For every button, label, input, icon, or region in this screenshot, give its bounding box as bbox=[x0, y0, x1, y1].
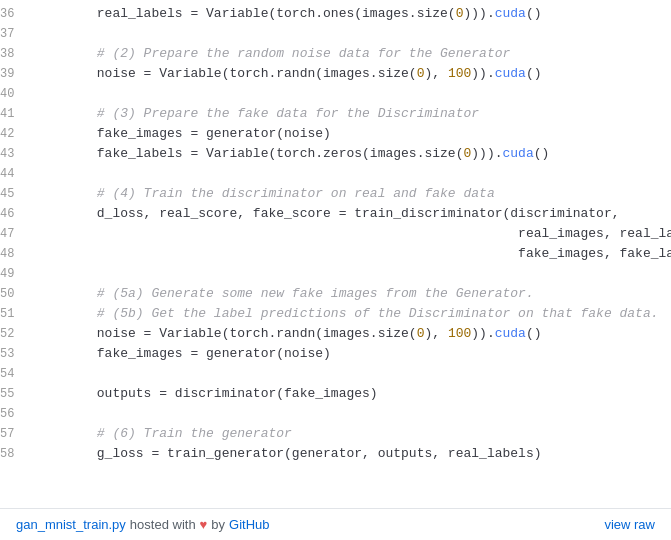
code-token: () bbox=[526, 6, 542, 21]
table-row: 58 g_loss = train_generator(generator, o… bbox=[0, 444, 671, 464]
line-number: 41 bbox=[0, 104, 30, 124]
table-row: 47 real_images, real_labels, bbox=[0, 224, 671, 244]
line-code: outputs = discriminator(fake_images) bbox=[30, 384, 671, 404]
table-row: 56 bbox=[0, 404, 671, 424]
by-text: by bbox=[211, 517, 225, 532]
line-number: 44 bbox=[0, 164, 30, 184]
line-number: 53 bbox=[0, 344, 30, 364]
code-token: # (4) Train the discriminator on real an… bbox=[34, 186, 494, 201]
hosted-text: hosted with bbox=[130, 517, 196, 532]
code-token: real_labels = Variable(torch.ones(images… bbox=[34, 6, 455, 21]
line-code: # (6) Train the generator bbox=[30, 424, 671, 444]
code-token: fake_images = generator(noise) bbox=[34, 126, 330, 141]
code-token: 0 bbox=[456, 6, 464, 21]
heart-icon: ♥ bbox=[200, 517, 208, 532]
code-token: () bbox=[526, 66, 542, 81]
line-number: 56 bbox=[0, 404, 30, 424]
line-code bbox=[30, 24, 671, 44]
line-code: g_loss = train_generator(generator, outp… bbox=[30, 444, 671, 464]
table-row: 37 bbox=[0, 24, 671, 44]
code-token: ), bbox=[424, 66, 447, 81]
line-code: noise = Variable(torch.randn(images.size… bbox=[30, 324, 671, 344]
table-row: 53 fake_images = generator(noise) bbox=[0, 344, 671, 364]
code-token: # (5b) Get the label predictions of the … bbox=[34, 306, 658, 321]
line-code: # (3) Prepare the fake data for the Disc… bbox=[30, 104, 671, 124]
code-token: cuda bbox=[495, 66, 526, 81]
code-token: ))). bbox=[464, 6, 495, 21]
table-row: 40 bbox=[0, 84, 671, 104]
line-number: 50 bbox=[0, 284, 30, 304]
line-code: real_images, real_labels, bbox=[30, 224, 671, 244]
table-row: 48 fake_images, fake_labels) bbox=[0, 244, 671, 264]
line-code: # (5a) Generate some new fake images fro… bbox=[30, 284, 671, 304]
table-row: 46 d_loss, real_score, fake_score = trai… bbox=[0, 204, 671, 224]
code-token: # (5a) Generate some new fake images fro… bbox=[34, 286, 533, 301]
line-code: fake_labels = Variable(torch.zeros(image… bbox=[30, 144, 671, 164]
line-number: 40 bbox=[0, 84, 30, 104]
table-row: 57 # (6) Train the generator bbox=[0, 424, 671, 444]
line-number: 47 bbox=[0, 224, 30, 244]
line-number: 36 bbox=[0, 4, 30, 24]
code-token: # (2) Prepare the random noise data for … bbox=[34, 46, 510, 61]
table-row: 41 # (3) Prepare the fake data for the D… bbox=[0, 104, 671, 124]
line-number: 52 bbox=[0, 324, 30, 344]
code-token: )). bbox=[471, 326, 494, 341]
code-token: fake_labels = Variable(torch.zeros(image… bbox=[34, 146, 463, 161]
line-code: # (4) Train the discriminator on real an… bbox=[30, 184, 671, 204]
line-code: # (2) Prepare the random noise data for … bbox=[30, 44, 671, 64]
line-code bbox=[30, 404, 671, 424]
line-number: 51 bbox=[0, 304, 30, 324]
line-number: 42 bbox=[0, 124, 30, 144]
table-row: 39 noise = Variable(torch.randn(images.s… bbox=[0, 64, 671, 84]
line-code: fake_images = generator(noise) bbox=[30, 124, 671, 144]
code-token: outputs = discriminator(fake_images) bbox=[34, 386, 377, 401]
table-row: 42 fake_images = generator(noise) bbox=[0, 124, 671, 144]
line-number: 57 bbox=[0, 424, 30, 444]
code-token: g_loss = train_generator(generator, outp… bbox=[34, 446, 541, 461]
line-code: fake_images = generator(noise) bbox=[30, 344, 671, 364]
code-token: cuda bbox=[495, 6, 526, 21]
table-row: 55 outputs = discriminator(fake_images) bbox=[0, 384, 671, 404]
table-row: 43 fake_labels = Variable(torch.zeros(im… bbox=[0, 144, 671, 164]
code-token: ), bbox=[424, 326, 447, 341]
line-code: d_loss, real_score, fake_score = train_d… bbox=[30, 204, 671, 224]
line-number: 39 bbox=[0, 64, 30, 84]
code-token: () bbox=[526, 326, 542, 341]
code-token: # (3) Prepare the fake data for the Disc… bbox=[34, 106, 479, 121]
line-number: 49 bbox=[0, 264, 30, 284]
code-token: d_loss, real_score, fake_score = train_d… bbox=[34, 206, 619, 221]
line-code: fake_images, fake_labels) bbox=[30, 244, 671, 264]
code-token: cuda bbox=[495, 326, 526, 341]
table-row: 45 # (4) Train the discriminator on real… bbox=[0, 184, 671, 204]
github-link[interactable]: GitHub bbox=[229, 517, 269, 532]
line-number: 46 bbox=[0, 204, 30, 224]
code-token: cuda bbox=[503, 146, 534, 161]
line-number: 55 bbox=[0, 384, 30, 404]
table-row: 44 bbox=[0, 164, 671, 184]
code-token: 100 bbox=[448, 66, 471, 81]
line-code: noise = Variable(torch.randn(images.size… bbox=[30, 64, 671, 84]
code-token: 100 bbox=[448, 326, 471, 341]
filename-link[interactable]: gan_mnist_train.py bbox=[16, 517, 126, 532]
table-row: 38 # (2) Prepare the random noise data f… bbox=[0, 44, 671, 64]
code-token: fake_images, fake_labels) bbox=[34, 246, 671, 261]
line-number: 48 bbox=[0, 244, 30, 264]
line-number: 43 bbox=[0, 144, 30, 164]
footer: gan_mnist_train.py hosted with ♥ by GitH… bbox=[0, 508, 671, 540]
line-number: 54 bbox=[0, 364, 30, 384]
code-token: fake_images = generator(noise) bbox=[34, 346, 330, 361]
line-number: 45 bbox=[0, 184, 30, 204]
code-token: real_images, real_labels, bbox=[34, 226, 671, 241]
code-token: )). bbox=[471, 66, 494, 81]
line-number: 38 bbox=[0, 44, 30, 64]
table-row: 51 # (5b) Get the label predictions of t… bbox=[0, 304, 671, 324]
code-token: ))). bbox=[471, 146, 502, 161]
footer-left: gan_mnist_train.py hosted with ♥ by GitH… bbox=[16, 517, 270, 532]
line-number: 37 bbox=[0, 24, 30, 44]
table-row: 49 bbox=[0, 264, 671, 284]
table-row: 36 real_labels = Variable(torch.ones(ima… bbox=[0, 4, 671, 24]
view-raw-link[interactable]: view raw bbox=[604, 517, 655, 532]
code-token: # (6) Train the generator bbox=[34, 426, 291, 441]
table-row: 50 # (5a) Generate some new fake images … bbox=[0, 284, 671, 304]
line-code bbox=[30, 364, 671, 384]
